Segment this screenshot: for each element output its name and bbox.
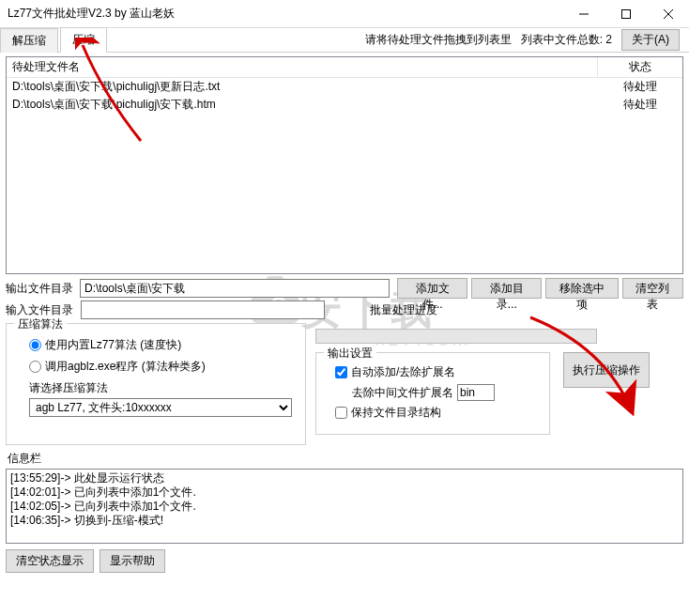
execute-button[interactable]: 执行压缩操作 [563,352,650,388]
output-settings-title: 输出设置 [324,346,376,362]
indir-input[interactable] [81,300,325,319]
show-help-button[interactable]: 显示帮助 [100,549,165,573]
algo-select-hint: 请选择压缩算法 [29,380,296,396]
tab-compress[interactable]: 压缩 [60,27,107,53]
add-dir-button[interactable]: 添加目录... [471,278,542,299]
algo-select[interactable]: agb Lz77, 文件头:10xxxxxx [29,398,292,417]
column-filename[interactable]: 待处理文件名 [7,57,598,77]
drag-hint: 请将待处理文件拖拽到列表里 [365,32,512,48]
remove-selected-button[interactable]: 移除选中项 [545,278,618,299]
close-button[interactable] [647,0,689,27]
add-file-button[interactable]: 添加文件... [397,278,467,299]
minimize-button[interactable] [562,0,605,27]
window-title: Lz77文件批处理V2.3 by 蓝山老妖 [8,6,562,22]
output-settings-group: 输出设置 自动添加/去除扩展名 去除中间文件扩展名 保持文件目录结构 [315,352,550,435]
progress-label: 批量处理进度 [370,302,437,318]
algo-agblz-radio[interactable]: 调用agblz.exe程序 (算法种类多) [29,359,296,375]
title-bar: Lz77文件批处理V2.3 by 蓝山老妖 [0,0,689,28]
info-box[interactable]: [13:55:29]-> 此处显示运行状态 [14:02:01]-> 已向列表中… [6,469,683,544]
count-label: 列表中文件总数: 2 [521,32,612,48]
tab-bar: 解压缩 压缩 [0,28,109,52]
algorithm-group: 压缩算法 使用内置Lz77算法 (速度快) 调用agblz.exe程序 (算法种… [6,323,306,445]
about-button[interactable]: 关于(A) [621,29,680,51]
tab-decompress[interactable]: 解压缩 [0,28,58,53]
algo-builtin-radio[interactable]: 使用内置Lz77算法 (速度快) [29,337,296,353]
list-item[interactable]: D:\tools\桌面\安下载\pichuligj\安下载.htm 待处理 [7,96,682,114]
clear-list-button[interactable]: 清空列表 [622,278,683,299]
ext-input[interactable] [457,384,495,401]
remove-mid-label: 去除中间文件扩展名 [352,385,453,401]
indir-label: 输入文件目录 [6,302,77,318]
progress-bar [315,329,597,344]
file-list[interactable]: 待处理文件名 状态 D:\tools\桌面\安下载\pichuligj\更新日志… [6,56,683,274]
maximize-button[interactable] [605,0,647,27]
column-status[interactable]: 状态 [598,57,682,77]
info-label: 信息栏 [8,451,683,467]
list-item[interactable]: D:\tools\桌面\安下载\pichuligj\更新日志.txt 待处理 [7,78,682,96]
clear-status-button[interactable]: 清空状态显示 [6,549,94,573]
auto-ext-checkbox[interactable]: 自动添加/去除扩展名 [335,364,540,380]
algorithm-title: 压缩算法 [14,316,67,332]
keep-struct-checkbox[interactable]: 保持文件目录结构 [335,405,540,421]
outdir-input[interactable] [80,279,390,298]
svg-rect-1 [621,9,630,18]
outdir-label: 输出文件目录 [6,281,76,297]
